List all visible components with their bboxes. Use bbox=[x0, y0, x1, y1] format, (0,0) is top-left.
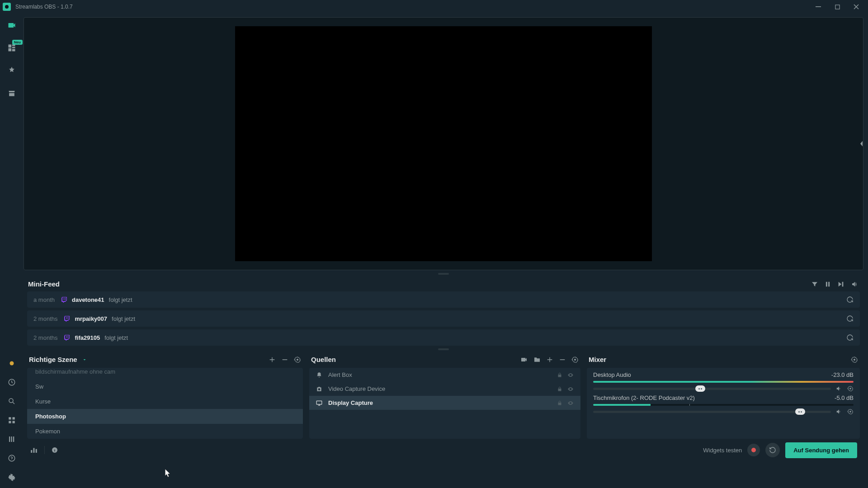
preview-canvas bbox=[235, 26, 652, 261]
feed-volume-icon[interactable] bbox=[851, 281, 859, 288]
mute-icon[interactable] bbox=[835, 385, 843, 392]
feed-row: 2 months mrpaiky007 folgt jetzt bbox=[27, 310, 860, 327]
scene-item[interactable]: Pokemon bbox=[27, 424, 303, 439]
nav-search-icon[interactable] bbox=[6, 396, 17, 407]
nav-settings-icon[interactable] bbox=[6, 472, 17, 483]
mixer-panel: Mixer Desktop Audio -23.0 dB Tischmikrof… bbox=[587, 353, 860, 439]
svg-rect-15 bbox=[828, 282, 830, 286]
scenes-panel: Richtige Szene bildschirmaufnahme ohne c… bbox=[27, 353, 303, 439]
svg-rect-14 bbox=[826, 282, 827, 286]
feed-replay-icon[interactable] bbox=[846, 334, 854, 341]
svg-rect-2 bbox=[835, 5, 839, 9]
feed-filter-icon[interactable] bbox=[811, 281, 818, 288]
feed-replay-icon[interactable] bbox=[846, 315, 854, 322]
svg-rect-6 bbox=[9, 417, 11, 419]
mute-icon[interactable] bbox=[835, 408, 843, 415]
feed-time: 2 months bbox=[33, 334, 57, 341]
channel-settings-icon[interactable] bbox=[847, 385, 854, 392]
nav-library-icon[interactable] bbox=[6, 434, 17, 445]
minimize-button[interactable] bbox=[809, 0, 827, 13]
source-transition-icon[interactable] bbox=[520, 356, 528, 363]
nav-alert-icon[interactable] bbox=[6, 358, 17, 369]
title-bar: Streamlabs OBS - 1.0.7 bbox=[0, 0, 868, 14]
resize-handle[interactable] bbox=[24, 270, 863, 277]
nav-editor-icon[interactable] bbox=[6, 20, 17, 31]
scene-item[interactable]: Photoshop bbox=[27, 409, 303, 424]
mini-feed-title: Mini-Feed bbox=[28, 280, 60, 288]
remove-scene-icon[interactable] bbox=[281, 356, 288, 363]
feed-username: davetone41 bbox=[72, 296, 104, 303]
sources-panel: Quellen Alert Box Video Capture Device bbox=[309, 353, 580, 439]
visibility-icon[interactable] bbox=[567, 386, 574, 392]
mixer-settings-icon[interactable] bbox=[851, 356, 858, 363]
nav-apps-icon[interactable] bbox=[6, 415, 17, 426]
feed-action: folgt jetzt bbox=[109, 296, 132, 303]
svg-point-17 bbox=[574, 359, 576, 361]
record-button[interactable] bbox=[747, 444, 760, 456]
svg-point-22 bbox=[854, 359, 855, 361]
svg-rect-18 bbox=[558, 375, 561, 377]
resize-handle-2[interactable] bbox=[24, 346, 863, 353]
close-button[interactable] bbox=[847, 0, 865, 13]
nav-help-icon[interactable] bbox=[6, 453, 17, 464]
nav-layouts-icon[interactable]: Neu bbox=[6, 42, 17, 53]
feed-row: 2 months fifa29105 folgt jetzt bbox=[27, 329, 860, 346]
nav-themes-icon[interactable] bbox=[6, 65, 17, 76]
scene-collection-dropdown-icon[interactable] bbox=[82, 357, 87, 362]
volume-slider[interactable] bbox=[593, 388, 831, 390]
replay-buffer-button[interactable] bbox=[765, 443, 780, 457]
lock-icon[interactable] bbox=[557, 372, 562, 378]
scene-item[interactable]: bildschirmaufnahme ohne cam bbox=[27, 368, 303, 379]
lock-icon[interactable] bbox=[557, 400, 562, 406]
maximize-button[interactable] bbox=[828, 0, 846, 13]
svg-rect-25 bbox=[31, 450, 32, 453]
info-icon[interactable] bbox=[51, 446, 58, 454]
preview-area[interactable] bbox=[24, 17, 863, 270]
scene-item[interactable]: Sw bbox=[27, 379, 303, 394]
stats-icon[interactable] bbox=[30, 446, 38, 454]
nav-rail: Neu bbox=[0, 14, 24, 488]
feed-time: a month bbox=[33, 296, 55, 303]
feed-time: 2 months bbox=[33, 315, 57, 322]
svg-point-5 bbox=[9, 399, 13, 403]
channel-db: -23.0 dB bbox=[831, 371, 854, 378]
source-folder-icon[interactable] bbox=[533, 356, 541, 363]
widget-test-button[interactable]: Widgets testen bbox=[703, 447, 742, 454]
channel-settings-icon[interactable] bbox=[847, 408, 854, 415]
twitch-icon bbox=[64, 334, 70, 341]
add-scene-icon[interactable] bbox=[269, 356, 276, 363]
audio-meter bbox=[593, 404, 854, 406]
nav-clock-icon[interactable] bbox=[6, 377, 17, 388]
collapse-right-icon[interactable] bbox=[859, 140, 864, 147]
source-settings-icon[interactable] bbox=[571, 356, 579, 363]
feed-replay-icon[interactable] bbox=[846, 296, 854, 303]
svg-point-0 bbox=[5, 5, 9, 9]
svg-point-16 bbox=[297, 359, 298, 361]
visibility-icon[interactable] bbox=[567, 372, 574, 378]
scene-settings-icon[interactable] bbox=[294, 356, 301, 363]
add-source-icon[interactable] bbox=[546, 356, 553, 363]
svg-rect-7 bbox=[13, 417, 15, 419]
svg-rect-27 bbox=[36, 449, 37, 453]
svg-point-3 bbox=[10, 361, 14, 366]
twitch-icon bbox=[64, 315, 70, 322]
volume-slider[interactable] bbox=[593, 411, 831, 413]
go-live-button[interactable]: Auf Sendung gehen bbox=[785, 442, 857, 458]
source-label: Video Capture Device bbox=[328, 385, 385, 392]
source-item[interactable]: Video Capture Device bbox=[309, 382, 580, 396]
remove-source-icon[interactable] bbox=[559, 356, 566, 363]
svg-rect-9 bbox=[13, 421, 15, 423]
feed-pause-icon[interactable] bbox=[825, 281, 831, 288]
nav-store-icon[interactable] bbox=[6, 88, 17, 99]
feed-skip-icon[interactable] bbox=[837, 281, 844, 288]
source-item[interactable]: Display Capture bbox=[309, 396, 580, 410]
source-item[interactable]: Alert Box bbox=[309, 368, 580, 382]
scene-item[interactable]: Kurse bbox=[27, 394, 303, 409]
svg-point-24 bbox=[849, 411, 851, 413]
monitor-icon bbox=[316, 400, 323, 406]
mixer-channel: Tischmikrofon (2- RODE Podcaster v2) -5.… bbox=[593, 394, 854, 415]
sources-title: Quellen bbox=[311, 356, 336, 363]
footer-bar: Widgets testen Auf Sendung gehen bbox=[24, 439, 863, 461]
visibility-icon[interactable] bbox=[567, 400, 574, 406]
lock-icon[interactable] bbox=[557, 386, 562, 392]
